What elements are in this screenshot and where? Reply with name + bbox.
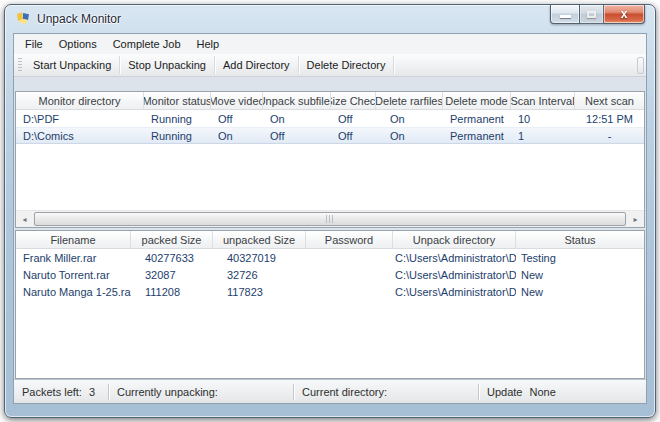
close-icon: x bbox=[604, 5, 644, 23]
cell-move-video: On bbox=[211, 128, 263, 143]
column-header-scan-interval[interactable]: Scan Interval bbox=[511, 92, 575, 109]
cell-filename: Naruto Manga 1-25.rar bbox=[16, 283, 131, 300]
client-area: File Options Complete Job Help Start Unp… bbox=[13, 33, 647, 404]
start-unpacking-button[interactable]: Start Unpacking bbox=[25, 56, 120, 74]
menu-options[interactable]: Options bbox=[51, 35, 105, 53]
file-row[interactable]: Naruto Torrent.rar 32087 32726 C:\Users\… bbox=[16, 266, 644, 283]
scrollbar-thumb[interactable] bbox=[34, 212, 626, 226]
scrollbar-track[interactable] bbox=[33, 211, 627, 227]
menu-complete-job[interactable]: Complete Job bbox=[105, 35, 189, 53]
add-directory-button[interactable]: Add Directory bbox=[215, 56, 299, 74]
app-icon[interactable] bbox=[15, 11, 31, 27]
cell-monitor-directory: D:\Comics bbox=[16, 128, 144, 143]
column-header-monitor-status[interactable]: Monitor status bbox=[144, 92, 211, 109]
cell-unpack-directory: C:\Users\Administrator\De: bbox=[393, 283, 516, 300]
cell-unpacked-size: 40327019 bbox=[213, 249, 306, 266]
status-packets-left: Packets left: 3 bbox=[14, 380, 108, 403]
files-list-empty-area bbox=[16, 300, 644, 378]
files-list-header: Filename packed Size unpacked Size Passw… bbox=[16, 231, 644, 249]
status-currently-unpacking: Currently unpacking: bbox=[109, 380, 293, 403]
column-header-size-check[interactable]: Size Check bbox=[331, 92, 376, 109]
column-header-filename[interactable]: Filename bbox=[16, 231, 131, 248]
cell-monitor-status: Running bbox=[144, 128, 211, 143]
cell-password bbox=[306, 249, 393, 266]
column-header-delete-mode[interactable]: Delete mode bbox=[443, 92, 511, 109]
status-update: Update None bbox=[479, 380, 646, 403]
cell-packed-size: 40277633 bbox=[131, 249, 213, 266]
menu-file[interactable]: File bbox=[17, 35, 51, 53]
cell-scan-interval: 1 bbox=[511, 128, 575, 143]
current-directory-label: Current directory: bbox=[302, 386, 387, 398]
cell-delete-rarfiles: On bbox=[376, 110, 443, 127]
cell-next-scan: - bbox=[575, 128, 644, 143]
cell-status: Testing bbox=[516, 249, 644, 266]
monitor-list: Monitor directory Monitor status Move vi… bbox=[15, 91, 645, 228]
file-row[interactable]: Naruto Manga 1-25.rar 111208 117823 C:\U… bbox=[16, 283, 644, 300]
cell-password bbox=[306, 266, 393, 283]
toolbar: Start Unpacking Stop Unpacking Add Direc… bbox=[14, 54, 646, 77]
cell-next-scan: 12:51 PM bbox=[575, 110, 644, 127]
app-window: Unpack Monitor x File Options Complete J… bbox=[4, 4, 656, 418]
cell-packed-size: 111208 bbox=[131, 283, 213, 300]
menu-help[interactable]: Help bbox=[189, 35, 228, 53]
cell-size-check: Off bbox=[331, 110, 376, 127]
menu-bar: File Options Complete Job Help bbox=[14, 34, 646, 54]
minimize-button[interactable] bbox=[550, 5, 580, 24]
cell-scan-interval: 10 bbox=[511, 110, 575, 127]
status-current-directory: Current directory: bbox=[294, 380, 478, 403]
column-header-unpack-subfiles[interactable]: Unpack subfiles bbox=[263, 92, 331, 109]
column-header-next-scan[interactable]: Next scan bbox=[575, 92, 644, 109]
column-header-move-video[interactable]: Move video bbox=[211, 92, 263, 109]
cell-delete-mode: Permanent bbox=[443, 128, 511, 143]
column-header-delete-rarfiles[interactable]: Delete rarfiles bbox=[376, 92, 443, 109]
packets-left-label: Packets left: bbox=[22, 386, 82, 398]
cell-delete-mode: Permanent bbox=[443, 110, 511, 127]
cell-monitor-status: Running bbox=[144, 110, 211, 127]
monitor-row-pdf[interactable]: D:\PDF Running Off On Off On Permanent 1… bbox=[16, 110, 644, 127]
cell-password bbox=[306, 283, 393, 300]
window-title: Unpack Monitor bbox=[37, 12, 121, 26]
scroll-left-arrow-icon[interactable]: ◂ bbox=[16, 211, 33, 227]
cell-unpack-subfiles: On bbox=[263, 110, 331, 127]
monitor-list-header: Monitor directory Monitor status Move vi… bbox=[16, 92, 644, 110]
cell-unpacked-size: 117823 bbox=[213, 283, 306, 300]
delete-directory-button[interactable]: Delete Directory bbox=[299, 56, 395, 74]
maximize-icon bbox=[587, 11, 596, 18]
cell-packed-size: 32087 bbox=[131, 266, 213, 283]
close-button[interactable]: x bbox=[604, 5, 645, 24]
status-bar: Packets left: 3 Currently unpacking: Cur… bbox=[14, 379, 646, 403]
column-header-monitor-directory[interactable]: Monitor directory bbox=[16, 92, 144, 109]
toolbar-grip[interactable] bbox=[18, 58, 22, 72]
column-header-unpacked-size[interactable]: unpacked Size bbox=[213, 231, 306, 248]
stop-unpacking-button[interactable]: Stop Unpacking bbox=[120, 56, 215, 74]
cell-filename: Naruto Torrent.rar bbox=[16, 266, 131, 283]
monitor-row-comics[interactable]: D:\Comics Running On Off Off On Permanen… bbox=[16, 127, 644, 144]
window-controls: x bbox=[550, 5, 645, 24]
column-header-password[interactable]: Password bbox=[306, 231, 393, 248]
maximize-button[interactable] bbox=[580, 5, 604, 24]
cell-status: New bbox=[516, 266, 644, 283]
monitor-list-empty-area bbox=[16, 144, 644, 210]
toolbar-overflow-grip[interactable] bbox=[637, 57, 644, 74]
cell-unpack-directory: C:\Users\Administrator\De: bbox=[393, 249, 516, 266]
cell-move-video: Off bbox=[211, 110, 263, 127]
horizontal-scrollbar: ◂ ▸ bbox=[16, 210, 644, 227]
column-header-status[interactable]: Status bbox=[516, 231, 644, 248]
column-header-unpack-directory[interactable]: Unpack directory bbox=[393, 231, 516, 248]
update-value: None bbox=[529, 386, 555, 398]
cell-delete-rarfiles: On bbox=[376, 128, 443, 143]
update-label: Update bbox=[487, 386, 522, 398]
file-row[interactable]: Frank Miller.rar 40277633 40327019 C:\Us… bbox=[16, 249, 644, 266]
cell-status: New bbox=[516, 283, 644, 300]
scroll-right-arrow-icon[interactable]: ▸ bbox=[627, 211, 644, 227]
packets-left-value: 3 bbox=[89, 386, 95, 398]
cell-monitor-directory: D:\PDF bbox=[16, 110, 144, 127]
content-gap bbox=[14, 77, 646, 91]
cell-unpacked-size: 32726 bbox=[213, 266, 306, 283]
scrollbar-grip-icon bbox=[326, 215, 334, 223]
cell-unpack-directory: C:\Users\Administrator\De: bbox=[393, 266, 516, 283]
column-header-packed-size[interactable]: packed Size bbox=[131, 231, 213, 248]
cell-unpack-subfiles: Off bbox=[263, 128, 331, 143]
cell-filename: Frank Miller.rar bbox=[16, 249, 131, 266]
cell-size-check: Off bbox=[331, 128, 376, 143]
